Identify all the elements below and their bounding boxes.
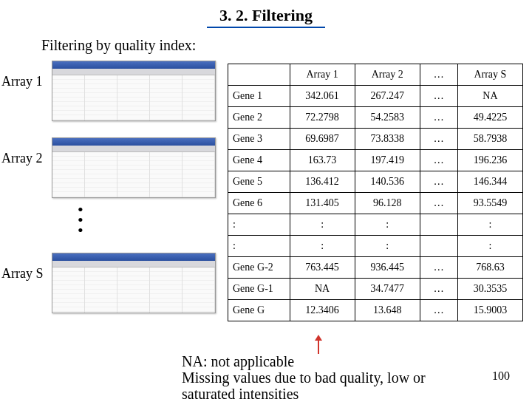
cell-gene-label: Gene 6 [228, 193, 290, 214]
cell-arrays: 49.4225 [457, 107, 522, 129]
cell-array2: 96.128 [355, 193, 420, 214]
label-array-s: Array S [1, 266, 44, 282]
cell-gene-label: Gene 5 [228, 171, 290, 193]
cell-arrays: 93.5549 [457, 193, 522, 214]
cell-array2: 936.445 [355, 257, 420, 279]
window-titlebar [52, 61, 215, 69]
table-row: :::: [228, 214, 523, 236]
cell-arrays: 196.236 [457, 150, 522, 171]
cell-array1: 131.405 [290, 193, 355, 214]
cell-array2: : [355, 214, 420, 236]
cell-arrays: 15.9003 [457, 300, 522, 321]
col-header-array1: Array 1 [290, 64, 355, 86]
table-row: Gene G-2763.445936.445…768.63 [228, 257, 523, 279]
cell-arrays: : [457, 214, 522, 236]
cell-ellipsis: … [420, 86, 457, 107]
table-row: Gene 369.698773.8338…58.7938 [228, 129, 523, 150]
data-table: Array 1 Array 2 … Array S Gene 1342.0612… [228, 64, 523, 321]
col-header-ellipsis: … [420, 64, 457, 86]
window-body [52, 152, 215, 198]
cell-array2: : [355, 236, 420, 257]
footer-line-3: saturated intensities [182, 386, 426, 399]
red-arrow-icon [318, 339, 319, 354]
screenshot-array-2 [52, 137, 216, 198]
window-body [52, 267, 215, 313]
table-row: Gene 4163.73197.419…196.236 [228, 150, 523, 171]
cell-array1: 163.73 [290, 150, 355, 171]
table-row: Gene 1342.061267.247…NA [228, 86, 523, 107]
cell-array1: NA [290, 279, 355, 300]
col-header-gene [228, 64, 290, 86]
label-array-1: Array 1 [1, 74, 42, 89]
cell-ellipsis [420, 236, 457, 257]
window-toolbar [52, 261, 215, 267]
cell-gene-label: Gene 4 [228, 150, 290, 171]
cell-gene-label: Gene G [228, 300, 290, 321]
col-header-array2: Array 2 [355, 64, 420, 86]
cell-array2: 13.648 [355, 300, 420, 321]
table-header-row: Array 1 Array 2 … Array S [228, 64, 523, 86]
cell-array2: 34.7477 [355, 279, 420, 300]
cell-gene-label: : [228, 214, 290, 236]
cell-array1: 136.412 [290, 171, 355, 193]
cell-array1: 69.6987 [290, 129, 355, 150]
footer-text: NA: not applicable Missing values due to… [182, 353, 426, 399]
cell-gene-label: : [228, 236, 290, 257]
cell-gene-label: Gene 1 [228, 86, 290, 107]
cell-arrays: 768.63 [457, 257, 522, 279]
subtitle: Filtering by quality index: [41, 37, 532, 54]
page-number: 100 [492, 369, 510, 383]
data-table-wrap: Array 1 Array 2 … Array S Gene 1342.0612… [228, 64, 523, 321]
cell-array1: 763.445 [290, 257, 355, 279]
cell-array2: 54.2583 [355, 107, 420, 129]
cell-ellipsis: … [420, 257, 457, 279]
cell-array1: 12.3406 [290, 300, 355, 321]
vertical-ellipsis: ••• [78, 205, 83, 236]
window-titlebar [52, 138, 215, 146]
table-row: Gene G12.340613.648…15.9003 [228, 300, 523, 321]
table-row: Gene 272.279854.2583…49.4225 [228, 107, 523, 129]
cell-array1: : [290, 214, 355, 236]
footer-line-2: Missing values due to bad quality, low o… [182, 369, 426, 386]
cell-array2: 197.419 [355, 150, 420, 171]
cell-gene-label: Gene 3 [228, 129, 290, 150]
title-underline [207, 27, 325, 28]
cell-array2: 140.536 [355, 171, 420, 193]
cell-arrays: 146.344 [457, 171, 522, 193]
table-row: Gene 5136.412140.536…146.344 [228, 171, 523, 193]
col-header-arrays: Array S [457, 64, 522, 86]
cell-ellipsis: … [420, 150, 457, 171]
table-row: :::: [228, 236, 523, 257]
screenshot-array-s [52, 253, 216, 313]
cell-gene-label: Gene G-1 [228, 279, 290, 300]
cell-ellipsis: … [420, 300, 457, 321]
table-row: Gene 6131.40596.128…93.5549 [228, 193, 523, 214]
window-toolbar [52, 146, 215, 152]
cell-ellipsis: … [420, 193, 457, 214]
window-body [52, 75, 215, 121]
screenshot-array-1 [52, 61, 216, 121]
label-array-2: Array 2 [1, 151, 42, 166]
window-toolbar [52, 69, 215, 75]
slide-title: 3. 2. Filtering [0, 6, 532, 25]
cell-gene-label: Gene 2 [228, 107, 290, 129]
table-row: Gene G-1NA34.7477…30.3535 [228, 279, 523, 300]
cell-array1: 342.061 [290, 86, 355, 107]
cell-gene-label: Gene G-2 [228, 257, 290, 279]
window-titlebar [52, 253, 215, 261]
cell-ellipsis: … [420, 129, 457, 150]
cell-array2: 267.247 [355, 86, 420, 107]
cell-arrays: : [457, 236, 522, 257]
cell-ellipsis: … [420, 279, 457, 300]
cell-ellipsis [420, 214, 457, 236]
cell-ellipsis: … [420, 107, 457, 129]
cell-ellipsis: … [420, 171, 457, 193]
cell-arrays: NA [457, 86, 522, 107]
cell-array1: : [290, 236, 355, 257]
cell-arrays: 30.3535 [457, 279, 522, 300]
footer-line-1: NA: not applicable [182, 353, 426, 369]
cell-array2: 73.8338 [355, 129, 420, 150]
cell-arrays: 58.7938 [457, 129, 522, 150]
cell-array1: 72.2798 [290, 107, 355, 129]
